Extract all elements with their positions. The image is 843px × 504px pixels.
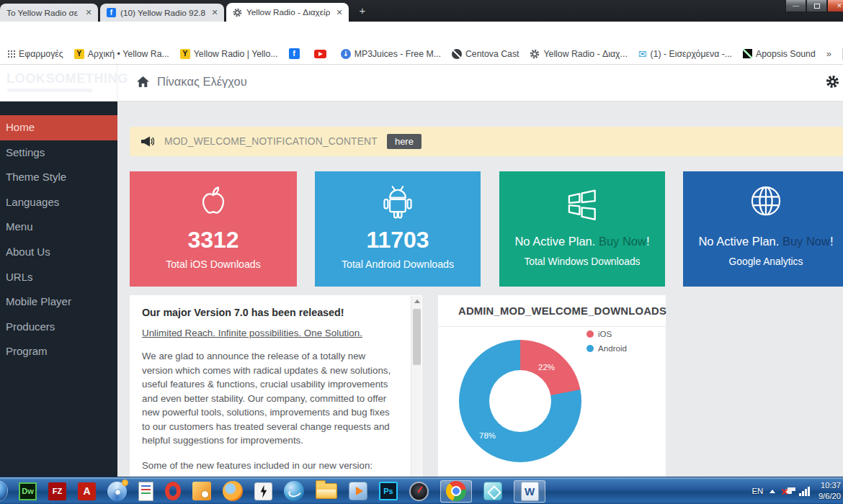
card-windows-downloads: No Active Plan. Buy Now! Total Windows D… [499, 171, 665, 287]
downloads-donut-chart: 22% 78% [459, 340, 581, 462]
gear-icon [530, 49, 540, 59]
download-icon [341, 49, 351, 59]
word-icon [521, 482, 539, 501]
ios-downloads-label: Total iOS Downloads [166, 258, 261, 270]
page-title: Πίνακας Ελέγχου [157, 75, 247, 89]
mail-icon: ✉ [638, 49, 647, 59]
bookmark-yellow-radio[interactable]: Yellow Radio | Yello... [180, 49, 278, 59]
ios-legend-dot [586, 330, 594, 338]
sidebar-item-program[interactable]: Program [0, 339, 117, 364]
settings-gear-icon[interactable] [826, 75, 839, 89]
bookmark-inbox[interactable]: ✉(1) - Εισερχόμενα -... [638, 49, 732, 59]
release-paragraph: We are glad to announce the release of a… [142, 349, 396, 448]
card-google-analytics: No Active Plan. Buy Now! Google Analytic… [683, 171, 843, 287]
here-button[interactable]: here [387, 134, 422, 149]
clock[interactable]: 10:37 9/6/20 [819, 480, 841, 501]
legend-ios: iOS [586, 329, 627, 338]
scroll-up-arrow-icon[interactable] [414, 300, 420, 303]
tab-close-icon[interactable]: ✕ [334, 8, 344, 17]
tab-title: (10) Yellow Radio 92.8 [120, 8, 205, 18]
minimize-button[interactable]: — [785, 0, 806, 12]
logo: LOOKSOMETHING [0, 65, 117, 102]
browser-tab-2[interactable]: (10) Yellow Radio 92.8 ✕ [100, 4, 224, 22]
dreamweaver-icon[interactable] [19, 482, 37, 500]
antivirus-icon[interactable] [483, 482, 502, 500]
sidebar-item-home[interactable]: Home [0, 115, 117, 140]
bookmark-yellow-home[interactable]: Αρχική • Yellow Ra... [74, 49, 169, 59]
sidebar-item-producers[interactable]: Producers [0, 315, 117, 340]
sidebar-item-mobile-player[interactable]: Mobile Player [0, 289, 117, 315]
tab-close-icon[interactable]: ✕ [210, 8, 220, 17]
nero-burning-icon[interactable] [107, 482, 127, 501]
ios-slice-label: 22% [538, 363, 555, 372]
browser-tab-1[interactable]: To Yellow Radio σε «ακολουθεί» ✕ [0, 4, 98, 22]
card-android-downloads: 11703 Total Android Downloads [315, 171, 481, 287]
tab-close-icon[interactable]: ✕ [84, 8, 94, 17]
tray-date: 9/6/20 [819, 492, 841, 500]
centova-icon [452, 49, 462, 59]
tray-time: 10:37 [821, 481, 841, 490]
sidebar-item-theme-style[interactable]: Theme Style [0, 165, 117, 190]
bookmark-youtube[interactable] [314, 50, 330, 58]
signal-bars-icon[interactable] [799, 487, 810, 496]
firefox-icon[interactable] [223, 481, 243, 501]
release-notes-panel: Our major Version 7.0 has been released!… [130, 295, 422, 491]
tab-title: Yellow Radio - Διαχείριση - Πίνα [246, 7, 330, 17]
new-tab-button[interactable]: + [356, 4, 369, 17]
tray-expand-icon[interactable] [770, 490, 775, 493]
opera-icon[interactable] [165, 482, 181, 500]
buy-now-link[interactable]: Buy Now [599, 235, 646, 248]
browser-tab-3-active[interactable]: Yellow Radio - Διαχείριση - Πίνα ✕ [226, 3, 349, 22]
maximize-button[interactable] [806, 0, 827, 12]
bookmark-apopsis[interactable]: Apopsis Sound [743, 49, 816, 59]
bookmark-apps[interactable]: Εφαρμογές [7, 49, 63, 59]
windows-downloads-label: Total Windows Downloads [524, 256, 640, 267]
release-subtitle: Unlimited Reach. Infinite possibilities.… [142, 328, 396, 338]
windows-plan-line: No Active Plan. Buy Now! [514, 235, 649, 248]
start-button[interactable] [0, 480, 8, 502]
sidebar-item-settings[interactable]: Settings [0, 140, 117, 166]
welcome-notification: MOD_WELCOME_NOTIFICATION_CONTENT here [130, 127, 843, 156]
sidebar: Home Settings Theme Style Languages Menu… [0, 102, 117, 504]
legend-android: Android [586, 343, 627, 353]
analytics-plan-line: No Active Plan. Buy Now! [698, 235, 833, 248]
network-disconnected-icon[interactable] [782, 487, 793, 496]
word-taskbar-active[interactable] [514, 480, 545, 503]
language-indicator[interactable]: EN [751, 487, 763, 495]
yellow-radio-icon [180, 49, 190, 59]
youtube-icon [314, 50, 326, 58]
thunderbird-icon[interactable] [284, 481, 304, 501]
photoshop-icon[interactable] [379, 482, 398, 500]
buy-now-link[interactable]: Buy Now [782, 235, 830, 248]
acrobat-icon[interactable] [78, 482, 96, 500]
chrome-taskbar-active[interactable] [440, 480, 472, 503]
windows-explorer-icon[interactable] [316, 483, 337, 499]
close-button[interactable]: ✕ [827, 0, 843, 12]
scrollbar-thumb[interactable] [413, 309, 421, 365]
gauge-app-icon[interactable] [409, 482, 429, 501]
sidebar-item-menu[interactable]: Menu [0, 215, 117, 240]
panel-scrollbar[interactable] [411, 296, 422, 490]
facebook-favicon-icon [107, 8, 116, 17]
apple-icon [192, 181, 234, 223]
bookmarks-overflow-chevron[interactable]: » [826, 48, 831, 59]
sidebar-item-urls[interactable]: URLs [0, 265, 117, 290]
bookmark-centova[interactable]: Centova Cast [452, 49, 519, 59]
no-active-plan-text: No Active Plan. [698, 235, 779, 248]
bookmark-mp3juices[interactable]: MP3Juices - Free M... [341, 49, 441, 59]
exclamation: ! [830, 235, 834, 248]
gear-favicon-icon [233, 8, 242, 17]
winamp-icon[interactable] [254, 482, 272, 500]
analytics-label: Google Analytics [729, 256, 803, 267]
sidebar-item-about-us[interactable]: About Us [0, 240, 117, 265]
bookmark-facebook[interactable] [289, 48, 303, 59]
sidebar-item-languages[interactable]: Languages [0, 190, 117, 215]
filezilla-icon[interactable] [48, 482, 66, 500]
apopsis-icon [743, 49, 752, 58]
document-app-icon[interactable] [138, 482, 153, 501]
chrome-icon [446, 481, 466, 501]
bookmark-yellow-admin[interactable]: Yellow Radio - Διαχ... [530, 49, 627, 59]
outlook-icon[interactable] [192, 482, 211, 500]
media-player-icon[interactable] [349, 482, 367, 500]
exclamation: ! [646, 235, 650, 248]
